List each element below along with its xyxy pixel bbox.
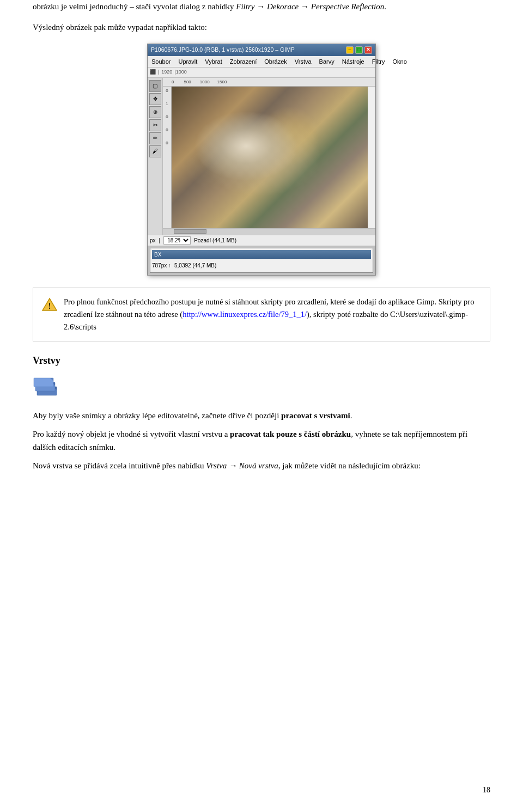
toolbar-item-3: 1920 (161, 69, 172, 76)
vrstvy-para2-start: Pro každý nový objekt je vhodné si vytvo… (33, 430, 230, 438)
toolbar-divider: |1000 (174, 69, 186, 76)
gimp-mini-title: BX (152, 250, 371, 259)
gimp-mini-content: 787px ↑ 5,0392 (44,7 MB) (152, 260, 371, 271)
tool-move[interactable]: ✥ (149, 93, 161, 105)
svg-rect-6 (34, 378, 53, 387)
warning-box: ! Pro plnou funkčnost předchozího postup… (33, 288, 490, 342)
ruler-left-100: 1 (166, 101, 168, 107)
gimp-statusbar: px | 18.2% 25% 50% 100% Pozadí (44,1 MB) (148, 235, 375, 246)
gimp-canvas-area: 0 500 1000 1500 0 1 0 0 0 (163, 78, 375, 235)
gimp-content-area: ▢ ✥ ⊕ ✂ ✏ 🖌 0 500 1000 1500 (148, 78, 375, 235)
menu-obrazek[interactable]: Obrázek (263, 57, 289, 67)
menu-nastroje[interactable]: Nástroje (340, 57, 366, 67)
ruler-left-200: 0 (166, 114, 168, 120)
menu-vybrat[interactable]: Vybrat (203, 57, 223, 67)
menu-filtry[interactable]: Filtry (370, 57, 387, 67)
gimp-canvas-row: 0 1 0 0 0 (163, 87, 375, 228)
vrstvy-para3-end: , jak můžete vidět na následujícím obráz… (278, 461, 421, 470)
result-text: Výsledný obrázek pak může vypadat napřík… (33, 21, 490, 34)
arrow2: → (299, 2, 311, 11)
zoom-select[interactable]: 18.2% 25% 50% 100% (163, 236, 191, 245)
gimp-toolbar: ⬛ | 1920 |1000 (148, 68, 375, 78)
statusbar-layer: Pozadí (44,1 MB) (194, 236, 236, 245)
svg-text:!: ! (48, 302, 51, 310)
vrstvy-para1-bold: pracovat s vrstvami (281, 411, 350, 420)
gimp-hscrollbar[interactable] (163, 228, 375, 235)
mini-val-2: 5,0392 (44,7 MB) (174, 261, 216, 270)
ruler-left-0: 0 (166, 88, 168, 94)
ruler-mark-500: 500 (184, 79, 191, 86)
intro-text-before: obrázku je velmi jednoduchý – stačí vyvo… (33, 2, 236, 11)
vrstvy-para1-start: Aby byly vaše snímky a obrázky lépe edit… (33, 411, 281, 420)
menu-soubor[interactable]: Soubor (150, 57, 172, 67)
gimp-mini-window: BX 787px ↑ 5,0392 (44,7 MB) (150, 248, 373, 273)
layers-icon (33, 375, 60, 398)
vrstvy-para3: Nová vrstva se přidává zcela intuitivně … (33, 459, 490, 472)
gimp-image-canvas (172, 87, 368, 228)
vrstvy-heading: Vrstvy (33, 353, 490, 368)
vrstvy-para3-start: Nová vrstva se přidává zcela intuitivně … (33, 461, 206, 470)
menu-barvy[interactable]: Barvy (318, 57, 336, 67)
intro-text-after: . (384, 2, 386, 11)
page-number: 18 (483, 784, 490, 796)
ruler-left-400: 0 (166, 140, 168, 146)
vrstvy-para2-bold: pracovat tak pouze s částí obrázku (230, 430, 351, 438)
hscrollbar-thumb[interactable] (174, 229, 206, 234)
warning-text-content: Pro plnou funkčnost předchozího postupu … (64, 296, 481, 334)
vrstvy-para1: Aby byly vaše snímky a obrázky lépe edit… (33, 409, 490, 422)
gimp-scroll-area: BX 787px ↑ 5,0392 (44,7 MB) (148, 246, 375, 275)
menu-path-text: Filtry (236, 2, 254, 11)
warning-link[interactable]: http://www.linuxexpres.cz/file/79_1_1/ (183, 310, 307, 319)
vrstvy-para1-end: . (350, 411, 352, 420)
menu-zobrazeni[interactable]: Zobrazení (228, 57, 259, 67)
mini-val-1: 787px ↑ (152, 261, 171, 270)
vrstvy-para3-italic: Vrstva → Nová vrstva (206, 461, 278, 470)
ruler-mark-1500: 1500 (217, 79, 227, 86)
ruler-left-300: 0 (166, 127, 168, 133)
gimp-ruler-left: 0 1 0 0 0 (163, 87, 172, 228)
warning-icon: ! (42, 297, 57, 312)
arrow1: → (254, 2, 267, 11)
close-button[interactable]: ✕ (364, 46, 372, 54)
gimp-window: P1060676.JPG-10.0 (RGB, 1 vrstva) 2560x1… (147, 44, 376, 276)
minimize-button[interactable]: – (346, 46, 354, 54)
intro-paragraph: obrázku je velmi jednoduchý – stačí vyvo… (33, 0, 490, 13)
gimp-toolbox: ▢ ✥ ⊕ ✂ ✏ 🖌 (148, 78, 163, 235)
tool-brush[interactable]: 🖌 (149, 145, 161, 157)
vrstvy-para2: Pro každý nový objekt je vhodné si vytvo… (33, 428, 490, 454)
gimp-titlebar: P1060676.JPG-10.0 (RGB, 1 vrstva) 2560x1… (148, 44, 375, 56)
tool-crop[interactable]: ✂ (149, 119, 161, 131)
decoration-text: Dekorace (267, 2, 299, 11)
gimp-image-content (172, 87, 368, 228)
gimp-ruler-top: 0 500 1000 1500 (163, 78, 375, 87)
toolbar-item-1: ⬛ (150, 69, 156, 76)
gimp-title: P1060676.JPG-10.0 (RGB, 1 vrstva) 2560x1… (151, 46, 295, 54)
ruler-mark-0: 0 (172, 79, 174, 86)
toolbar-item-2: | (158, 69, 159, 76)
gimp-menubar: Soubor Upravit Vybrat Zobrazení Obrázek … (148, 56, 375, 68)
ruler-marks-top: 0 500 1000 1500 (163, 79, 233, 86)
perspective-text: Perspective Reflection (311, 2, 385, 11)
maximize-button[interactable]: □ (355, 46, 363, 54)
menu-okno[interactable]: Okno (391, 57, 409, 67)
layers-icon-container (33, 375, 490, 401)
gimp-window-controls: – □ ✕ (346, 46, 372, 54)
tool-zoom[interactable]: ⊕ (149, 106, 161, 118)
gimp-screenshot-container: P1060676.JPG-10.0 (RGB, 1 vrstva) 2560x1… (33, 44, 490, 276)
statusbar-unit: px (150, 236, 156, 245)
menu-upravit[interactable]: Upravit (177, 57, 199, 67)
statusbar-divider: | (159, 236, 161, 245)
tool-select[interactable]: ▢ (149, 80, 161, 92)
ruler-mark-1000: 1000 (200, 79, 210, 86)
menu-vrstva[interactable]: Vrstva (293, 57, 313, 67)
tool-pencil[interactable]: ✏ (149, 132, 161, 144)
